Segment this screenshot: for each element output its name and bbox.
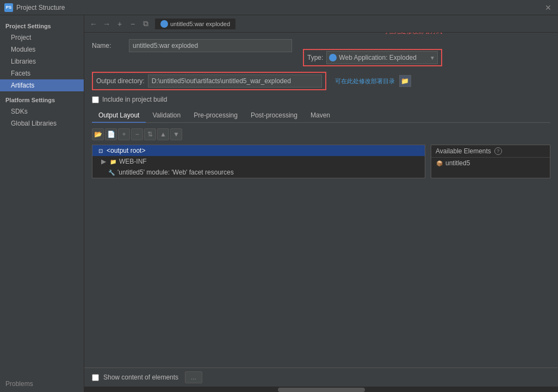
sidebar-item-facets[interactable]: Facets	[0, 67, 84, 79]
content-bottom: Show content of elements ...	[84, 368, 558, 387]
left-tree: ⊡ <output root> ▶ 📁 WEB-INF 🔧 'untitled5…	[92, 145, 425, 178]
sidebar-item-project[interactable]: Project	[0, 32, 84, 43]
sidebar: Project Settings Project Modules Librari…	[0, 15, 84, 392]
include-in-build-checkbox[interactable]	[92, 96, 99, 103]
nav-back-button[interactable]: ←	[88, 18, 100, 30]
include-in-build-label: Include in project build	[102, 96, 167, 103]
right-tree: Available Elements ? 📦 untitled5	[431, 145, 550, 178]
output-layout-area: ⊡ <output root> ▶ 📁 WEB-INF 🔧 'untitled5…	[92, 145, 550, 178]
available-elements-label: Available Elements	[436, 147, 491, 155]
output-root-icon: ⊡	[97, 147, 104, 154]
tab-maven[interactable]: Maven	[304, 109, 337, 123]
output-dir-row: Output directory: 可在此处修改部署目录 📁	[92, 72, 550, 90]
tabs-row: Output Layout Validation Pre-processing …	[92, 109, 550, 123]
move-down-button[interactable]: ▼	[170, 128, 182, 140]
name-label: Name:	[92, 42, 125, 49]
title-bar: PS Project Structure ✕	[0, 0, 558, 15]
sidebar-item-libraries[interactable]: Libraries	[0, 55, 84, 67]
type-dropdown-arrow: ▼	[430, 55, 435, 61]
add-element-button[interactable]: +	[118, 128, 130, 140]
type-section: Type: Web Application: Exploded ▼	[303, 49, 442, 66]
untitled5-icon: 📦	[436, 159, 443, 167]
type-select-text: Web Application: Exploded	[339, 54, 417, 61]
create-file-button[interactable]: 📄	[105, 128, 117, 140]
output-dir-section: Output directory:	[92, 72, 326, 90]
artifact-tab-icon	[160, 20, 168, 28]
sidebar-item-artifacts[interactable]: Artifacts	[0, 79, 84, 91]
tree-item-output-root[interactable]: ⊡ <output root>	[92, 145, 425, 156]
artifact-output-toolbar: 📂 📄 + − ⇅ ▲ ▼	[92, 127, 550, 141]
tab-output-layout[interactable]: Output Layout	[92, 109, 146, 123]
tree-item-webinf[interactable]: ▶ 📁 WEB-INF	[92, 156, 425, 167]
tree-item-webfacet[interactable]: 🔧 'untitled5' module: 'Web' facet resour…	[92, 167, 425, 178]
output-dir-input[interactable]	[148, 74, 322, 88]
top-toolbar: ← → + − ⧉ untitled5:war exploded	[84, 15, 558, 33]
tree-item-untitled5[interactable]: 📦 untitled5	[431, 158, 550, 169]
name-input[interactable]	[129, 39, 292, 52]
webfacet-icon: 🔧	[108, 169, 115, 176]
remove-artifact-button[interactable]: −	[127, 18, 139, 30]
output-annotation: 可在此处修改部署目录	[335, 77, 395, 85]
webinf-arrow-icon: ▶	[101, 158, 106, 165]
type-globe-icon	[329, 54, 337, 61]
show-content-label: Show content of elements	[103, 374, 178, 381]
app-icon: PS	[4, 3, 13, 12]
sort-button[interactable]: ⇅	[144, 128, 156, 140]
output-dir-label: Output directory:	[96, 77, 145, 85]
include-in-build-row: Include in project build	[92, 96, 550, 103]
browse-folder-button[interactable]: 📁	[399, 75, 411, 87]
available-help-icon[interactable]: ?	[494, 147, 502, 155]
webinf-folder-icon: 📁	[109, 158, 117, 165]
main-layout: Project Settings Project Modules Librari…	[0, 15, 558, 392]
type-annotation: 可在此处修改部署方式	[382, 33, 442, 35]
available-elements-header: Available Elements ?	[431, 145, 550, 158]
artifact-tab[interactable]: untitled5:war exploded	[155, 18, 235, 29]
tab-pre-processing[interactable]: Pre-processing	[187, 109, 244, 123]
type-select[interactable]: Web Application: Exploded ▼	[326, 51, 437, 64]
sidebar-item-modules[interactable]: Modules	[0, 43, 84, 55]
add-artifact-button[interactable]: +	[114, 18, 126, 30]
title-bar-text: Project Structure	[16, 4, 65, 11]
sidebar-item-global-libraries[interactable]: Global Libraries	[0, 117, 84, 129]
nav-forward-button[interactable]: →	[101, 18, 113, 30]
detail-area: Name: 可在此处修改部署方式 Type: Web Application: …	[84, 33, 558, 368]
project-settings-title: Project Settings	[0, 20, 84, 32]
horizontal-scrollbar[interactable]	[278, 388, 365, 392]
sidebar-item-sdks[interactable]: SDKs	[0, 105, 84, 117]
create-dir-button[interactable]: 📂	[92, 128, 104, 140]
tab-post-processing[interactable]: Post-processing	[244, 109, 304, 123]
move-up-button[interactable]: ▲	[157, 128, 169, 140]
type-label: Type:	[307, 54, 323, 61]
close-button[interactable]: ✕	[543, 2, 554, 13]
show-content-ellipsis-button[interactable]: ...	[185, 371, 202, 383]
content-area: ← → + − ⧉ untitled5:war exploded Name:	[84, 15, 558, 392]
sidebar-item-problems[interactable]: Problems	[0, 376, 84, 392]
copy-artifact-button[interactable]: ⧉	[140, 18, 152, 30]
show-content-checkbox[interactable]	[92, 374, 99, 381]
remove-element-button[interactable]: −	[131, 128, 143, 140]
platform-settings-title: Platform Settings	[0, 91, 84, 105]
tab-validation[interactable]: Validation	[146, 109, 187, 123]
